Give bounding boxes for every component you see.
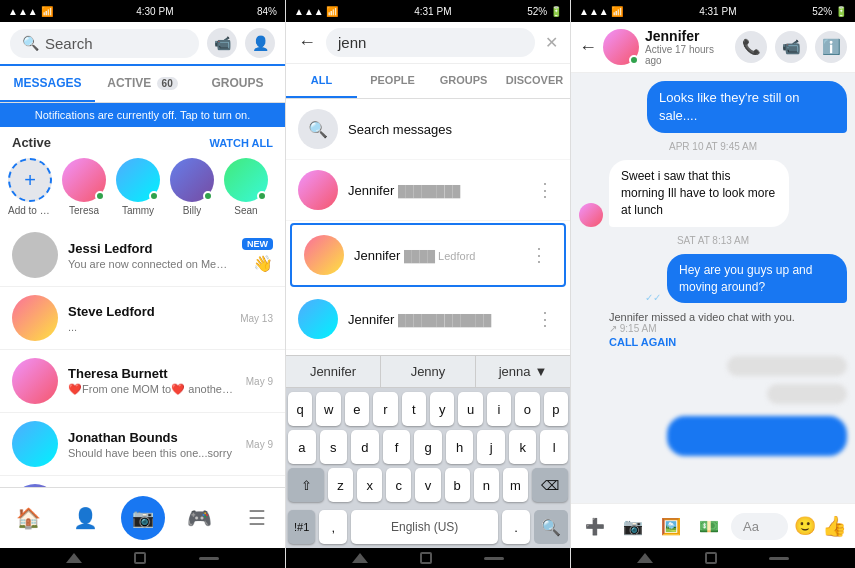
key-search[interactable]: 🔍: [534, 510, 568, 544]
list-item[interactable]: Beth Foster You are now connected on Mes…: [0, 476, 285, 487]
key-f[interactable]: f: [383, 430, 411, 464]
key-comma[interactable]: ,: [319, 510, 347, 544]
home-system-icon[interactable]: [420, 552, 432, 564]
clear-button[interactable]: ✕: [541, 29, 562, 56]
key-symbols[interactable]: !#1: [288, 510, 315, 544]
list-item[interactable]: Jonathan Bounds Should have been this on…: [0, 413, 285, 476]
keyboard-rows: q w e r t y u i o p a s d f g h j k l: [286, 388, 570, 510]
back-button-chat[interactable]: ←: [579, 37, 597, 58]
watch-all-button[interactable]: WATCH ALL: [209, 137, 273, 149]
nav-home[interactable]: 🏠: [7, 496, 51, 540]
key-q[interactable]: q: [288, 392, 312, 426]
list-item-highlighted[interactable]: Jennifer ████ Ledford ⋮: [290, 223, 566, 287]
key-n[interactable]: n: [474, 468, 499, 502]
like-button[interactable]: 👍: [822, 514, 847, 538]
key-s[interactable]: s: [320, 430, 348, 464]
search-input-wrap[interactable]: 🔍 Search: [10, 29, 199, 58]
key-l[interactable]: l: [540, 430, 568, 464]
key-space[interactable]: English (US): [351, 510, 498, 544]
key-h[interactable]: h: [446, 430, 474, 464]
nav-games[interactable]: 🎮: [178, 496, 222, 540]
emoji-button[interactable]: 🙂: [794, 515, 816, 537]
back-system-icon[interactable]: [66, 553, 82, 563]
recents-system-icon[interactable]: [484, 557, 504, 560]
tab-groups-search[interactable]: GROUPS: [428, 64, 499, 98]
key-g[interactable]: g: [414, 430, 442, 464]
message-input[interactable]: Aa: [731, 513, 788, 540]
nav-camera-fab[interactable]: 📷: [121, 496, 165, 540]
key-c[interactable]: c: [386, 468, 411, 502]
key-m[interactable]: m: [503, 468, 528, 502]
search-messages-action[interactable]: 🔍 Search messages: [286, 99, 570, 160]
list-item[interactable]: Jennifer ████████ ⋮: [286, 160, 570, 221]
key-r[interactable]: r: [373, 392, 397, 426]
active-avatar-tammy[interactable]: Tammy: [116, 158, 160, 216]
options-menu-icon[interactable]: ⋮: [532, 175, 558, 205]
nav-people[interactable]: 👤: [64, 496, 108, 540]
back-button[interactable]: ←: [294, 28, 320, 57]
active-avatar-sean[interactable]: Sean: [224, 158, 268, 216]
tab-people[interactable]: PEOPLE: [357, 64, 428, 98]
home-system-icon[interactable]: [134, 552, 146, 564]
key-o[interactable]: o: [515, 392, 539, 426]
add-to-day-button[interactable]: + Add to your day: [8, 158, 52, 216]
notification-bar[interactable]: Notifications are currently off. Tap to …: [0, 103, 285, 127]
options-menu-icon[interactable]: ⋮: [526, 240, 552, 270]
key-w[interactable]: w: [316, 392, 340, 426]
tab-discover[interactable]: DISCOVER: [499, 64, 570, 98]
key-b[interactable]: b: [445, 468, 470, 502]
camera-button[interactable]: 📷: [617, 510, 649, 542]
key-shift[interactable]: ⇧: [288, 468, 324, 502]
search-input-p2[interactable]: jenn: [326, 28, 535, 57]
payment-button[interactable]: 💵: [693, 510, 725, 542]
key-u[interactable]: u: [458, 392, 482, 426]
suggestion-jenna[interactable]: jenna ▼: [476, 356, 570, 387]
suggestion-jennifer[interactable]: Jennifer: [286, 356, 381, 387]
list-item[interactable]: Theresa Burnett ❤️From one MOM to❤️ anot…: [0, 350, 285, 413]
key-d[interactable]: d: [351, 430, 379, 464]
key-x[interactable]: x: [357, 468, 382, 502]
video-icon[interactable]: 📹: [207, 28, 237, 58]
back-system-icon[interactable]: [352, 553, 368, 563]
recents-system-icon[interactable]: [769, 557, 789, 560]
key-y[interactable]: y: [430, 392, 454, 426]
key-z[interactable]: z: [328, 468, 353, 502]
add-button[interactable]: ➕: [579, 510, 611, 542]
tab-active[interactable]: ACTIVE 60: [95, 66, 190, 102]
recents-system-icon[interactable]: [199, 557, 219, 560]
key-period[interactable]: .: [502, 510, 530, 544]
key-backspace[interactable]: ⌫: [532, 468, 568, 502]
tab-all[interactable]: ALL: [286, 64, 357, 98]
home-system-icon[interactable]: [705, 552, 717, 564]
key-a[interactable]: a: [288, 430, 316, 464]
call-again-button[interactable]: CALL AGAIN: [609, 336, 676, 348]
key-v[interactable]: v: [415, 468, 440, 502]
nav-more[interactable]: ☰: [235, 496, 279, 540]
panel-search: ▲▲▲ 📶 4:31 PM 52% 🔋 ← jenn ✕ ALL PEOPLE …: [285, 0, 570, 568]
sender-avatar: [579, 203, 603, 227]
key-e[interactable]: e: [345, 392, 369, 426]
key-k[interactable]: k: [509, 430, 537, 464]
options-menu-icon[interactable]: ⋮: [532, 304, 558, 334]
list-item[interactable]: Steve Ledford ... May 13: [0, 287, 285, 350]
keyboard-row-3: ⇧ z x c v b n m ⌫: [288, 468, 568, 502]
status-icons-left: ▲▲▲ 📶: [8, 6, 53, 17]
key-i[interactable]: i: [487, 392, 511, 426]
video-call-button[interactable]: 📹: [775, 31, 807, 63]
active-avatar-billy[interactable]: Billy: [170, 158, 214, 216]
list-item[interactable]: Jennifer ████████████ ⋮: [286, 289, 570, 350]
list-item[interactable]: Jessi Ledford You are now connected on M…: [0, 224, 285, 287]
tab-groups[interactable]: GROUPS: [190, 66, 285, 102]
active-avatar-teresa[interactable]: Teresa: [62, 158, 106, 216]
photo-button[interactable]: 🖼️: [655, 510, 687, 542]
phone-call-button[interactable]: 📞: [735, 31, 767, 63]
message-input-bar: ➕ 📷 🖼️ 💵 Aa 🙂 👍: [571, 503, 855, 548]
key-t[interactable]: t: [402, 392, 426, 426]
key-p[interactable]: p: [544, 392, 568, 426]
suggestion-jenny[interactable]: Jenny: [381, 356, 476, 387]
tab-messages[interactable]: MESSAGES: [0, 66, 95, 102]
info-button[interactable]: ℹ️: [815, 31, 847, 63]
key-j[interactable]: j: [477, 430, 505, 464]
back-system-icon[interactable]: [637, 553, 653, 563]
profile-icon[interactable]: 👤: [245, 28, 275, 58]
